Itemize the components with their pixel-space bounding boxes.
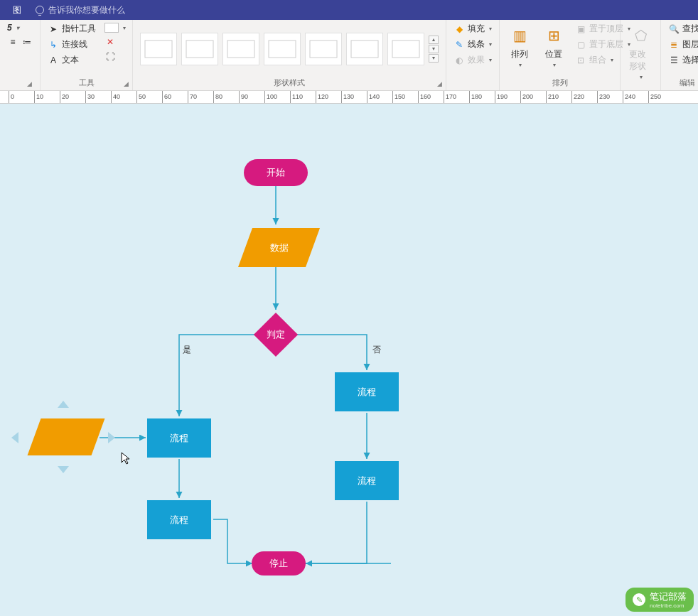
flow-stop-node[interactable]: 停止: [252, 551, 306, 576]
find-label: 查找: [682, 23, 698, 35]
font-size-dropdown[interactable]: 5 ▾: [4, 21, 36, 34]
text-tool-label: 文本: [62, 54, 79, 66]
group-shape-styles-label: 形状样式: [137, 76, 441, 90]
group-shape-styles: ▴ ▾ ▾ 形状样式 ◢: [133, 20, 446, 90]
effects-icon: ◐: [453, 55, 465, 66]
svg-rect-2: [227, 40, 254, 58]
horizontal-ruler: 2010010203040506070809010011012013014015…: [0, 91, 698, 104]
flow-stop-label: 停止: [269, 557, 288, 570]
flow-process-right-1[interactable]: 流程: [335, 372, 399, 411]
select-icon: ☰: [668, 55, 680, 66]
layers-button[interactable]: ≣图层▾: [665, 37, 698, 52]
group-style-options: ◆填充▾ ✎线条▾ ◐效果▾: [446, 20, 500, 90]
layers-icon: ≣: [668, 39, 680, 50]
align-button[interactable]: ▥排列▾: [504, 21, 535, 71]
style-preset-4[interactable]: [264, 33, 301, 65]
style-preset-1[interactable]: [140, 33, 177, 65]
gallery-scroll[interactable]: ▴ ▾ ▾: [429, 36, 439, 63]
ribbon: 5 ▾ ≡ ≔ ◢ ➤ 指针工具 ↳ 连接线: [0, 20, 698, 91]
style-preset-3[interactable]: [222, 33, 259, 65]
tell-me-search[interactable]: 告诉我你想要做什么: [28, 4, 132, 16]
style-preset-2[interactable]: [181, 33, 218, 65]
svg-rect-3: [269, 40, 296, 58]
send-back-label: 置于底层: [589, 38, 623, 50]
flow-process-left-2[interactable]: 流程: [147, 500, 211, 539]
bring-front-label: 置于顶层: [589, 23, 623, 35]
style-preset-6[interactable]: [346, 33, 383, 65]
search-icon: 🔍: [668, 23, 680, 35]
fill-icon: ◆: [453, 23, 465, 35]
flow-data-selected[interactable]: [28, 418, 105, 455]
autoconnect-up-arrow[interactable]: [58, 401, 69, 408]
change-shape-icon: ⬠: [629, 24, 652, 47]
flow-process-left-1[interactable]: 流程: [147, 418, 211, 458]
dialog-launcher-icon[interactable]: ◢: [435, 80, 444, 88]
rectangle-tool-button[interactable]: ▾: [102, 21, 129, 34]
autoconnect-left-arrow[interactable]: [11, 432, 18, 443]
fill-label: 填充: [468, 23, 485, 35]
svg-rect-0: [145, 40, 172, 58]
line-icon: ✎: [453, 39, 465, 50]
line-label: 线条: [468, 38, 485, 50]
line-button[interactable]: ✎线条▾: [451, 37, 495, 52]
watermark-name: 笔记部落: [650, 591, 687, 602]
svg-rect-5: [351, 40, 378, 58]
svg-rect-1: [186, 40, 213, 58]
connector-icon: ↳: [48, 39, 59, 50]
group-arrange-label: 排列: [504, 76, 616, 90]
group-icon: ⊡: [575, 55, 586, 66]
bring-front-icon: ▣: [575, 23, 586, 35]
style-gallery[interactable]: ▴ ▾ ▾: [137, 28, 441, 70]
titlebar: 图 告诉我你想要做什么: [0, 0, 698, 20]
flow-process-label: 流程: [170, 514, 188, 526]
group-edit-label: 编辑: [665, 76, 698, 90]
drawing-canvas[interactable]: 开始 数据 判定 是 否 流程 流程 流程 流程 停止 ✎ 笔记部落 notet…: [0, 104, 698, 616]
align-icon: ≡: [7, 36, 18, 48]
svg-rect-4: [310, 40, 337, 58]
crop-button[interactable]: ⛶: [102, 50, 129, 64]
select-button[interactable]: ☰选择▾: [665, 53, 698, 67]
watermark-url: notetribe.com: [650, 603, 687, 609]
ribbon-tab-view[interactable]: 图: [6, 4, 28, 16]
group-edit: 🔍查找▾ ≣图层▾ ☰选择▾ 编辑: [661, 20, 698, 90]
style-preset-7[interactable]: [387, 33, 424, 65]
edge-no-label: 否: [371, 344, 382, 356]
change-shape-button[interactable]: ⬠更改形状▾: [625, 21, 656, 83]
find-button[interactable]: 🔍查找▾: [665, 21, 698, 36]
crop-icon: ⛶: [104, 51, 116, 63]
group-change-shape: ⬠更改形状▾: [621, 20, 661, 90]
autoconnect-down-arrow[interactable]: [58, 466, 69, 473]
delete-button[interactable]: ✕: [102, 35, 129, 49]
flow-start-node[interactable]: 开始: [244, 159, 308, 186]
style-preset-5[interactable]: [305, 33, 342, 65]
group-clipboard-label: ◢: [4, 78, 36, 90]
select-label: 选择: [682, 54, 698, 66]
gallery-more-icon[interactable]: ▾: [429, 54, 439, 63]
align-label: 排列: [511, 48, 528, 60]
effects-button[interactable]: ◐效果▾: [451, 53, 495, 67]
flow-data-node[interactable]: 数据: [238, 228, 320, 267]
flow-process-label: 流程: [170, 432, 188, 445]
gallery-up-icon[interactable]: ▴: [429, 36, 439, 44]
text-icon: A: [48, 55, 59, 66]
pointer-tool-label: 指针工具: [62, 23, 96, 35]
flow-decision-node[interactable]: 判定: [254, 313, 298, 357]
svg-rect-6: [392, 40, 419, 58]
dialog-launcher-icon[interactable]: ◢: [122, 80, 130, 88]
flow-data-label: 数据: [270, 242, 289, 254]
fill-button[interactable]: ◆填充▾: [451, 21, 495, 36]
paragraph-buttons[interactable]: ≡ ≔: [4, 35, 36, 49]
pointer-tool-button[interactable]: ➤ 指针工具: [45, 21, 99, 36]
position-button[interactable]: ⊞位置▾: [538, 21, 569, 71]
rectangle-icon: [104, 23, 119, 33]
autoconnect-right-arrow[interactable]: [108, 432, 115, 443]
effects-label: 效果: [468, 54, 485, 66]
text-tool-button[interactable]: A 文本: [45, 53, 99, 67]
tell-me-placeholder: 告诉我你想要做什么: [48, 4, 125, 16]
flow-process-right-2[interactable]: 流程: [335, 461, 399, 500]
connector-tool-button[interactable]: ↳ 连接线: [45, 37, 99, 52]
dialog-launcher-icon[interactable]: ◢: [25, 80, 33, 88]
gallery-down-icon[interactable]: ▾: [429, 45, 439, 53]
group-shapes-label: 组合: [589, 54, 606, 66]
lightbulb-icon: [36, 6, 44, 14]
